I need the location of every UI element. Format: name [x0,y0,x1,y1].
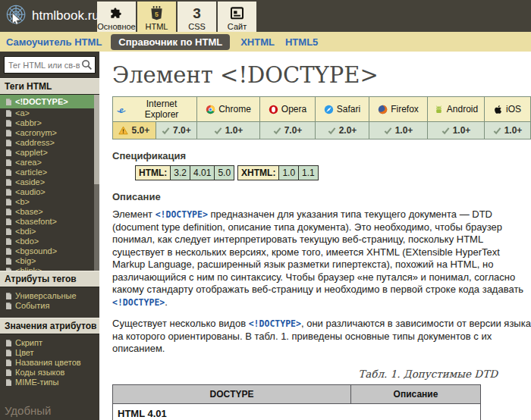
sidebar-item[interactable]: Скрипт [0,338,99,348]
sidebar-list-tags: <!DOCTYPE><a><abbr><acronym><address><ap… [0,95,99,271]
inline-doctype-link[interactable]: <!DOCTYPE> [156,209,208,220]
sidebar-item-label: MIME-типы [15,378,58,387]
spec-badge-version: 5.0 [215,165,234,180]
browser-version: 2.0+ [339,125,357,136]
doc-icon [6,130,11,136]
check-icon [441,127,450,135]
sidebar-item[interactable]: Универсальные [0,291,99,301]
doc-icon [6,120,11,127]
sidebar-item[interactable]: <audio> [0,187,99,197]
sidebar-item[interactable]: <big> [0,256,99,266]
spec-badge-version: 3.2 [171,165,190,180]
browser-header-cell: Opera [260,97,316,122]
dtd-header-cell: Описание [351,384,481,403]
sidebar-item[interactable]: <base> [0,207,99,217]
doc-icon [6,248,11,255]
browser-header-row: eInternet ExplorerChromeOperaSafariFiref… [113,97,531,122]
sidebar-item[interactable]: <area> [0,158,99,168]
warning-icon [118,126,128,135]
scrollbar-thumb[interactable] [94,95,99,184]
sidebar-item[interactable]: <bdo> [0,237,99,246]
doc-icon [6,179,11,186]
sidebar-item[interactable]: <basefont> [0,217,99,227]
doc-icon [6,349,11,356]
spec-badge-group: HTML:3.24.015.0 [135,165,234,180]
browser-name-wrap: eInternet Explorer [116,99,193,120]
spec-badge-version: 4.01 [190,165,215,180]
browser-version: 5.0+ [131,125,149,136]
sidebar-item[interactable]: <!DOCTYPE> [0,95,99,108]
sidebar-item-label: <big> [15,256,36,266]
browser-name: Chrome [218,104,251,114]
sidebar-item-label: <abbr> [15,118,42,128]
browser-version-cell: 1.0+ [369,122,428,139]
sidebar-item-label: <!DOCTYPE> [15,95,68,108]
tab-css[interactable]: 3CSS [178,2,216,32]
spiderweb-logo-icon [5,5,28,27]
sidebar-item[interactable]: <applet> [0,148,99,158]
specification-badges: HTML:3.24.015.0XHTML:1.01.1 [135,165,531,180]
browser-name: Firefox [391,104,419,114]
sidebar-scrollbar[interactable] [94,95,99,271]
sidebar-search [0,52,99,78]
tab-html[interactable]: 5HTML [137,2,176,32]
browser-header-cell: Safari [316,97,369,122]
sidebar-item-label: <base> [15,207,43,217]
sidebar-sections: Теги HTML<!DOCTYPE><a><abbr><acronym><ad… [0,78,99,394]
sidebar-item[interactable]: <bgsound> [0,246,99,256]
tab-osnovnoe[interactable]: Основное [97,2,136,32]
browser-version: 1.0+ [395,125,413,136]
browser-version: 1.0+ [504,125,523,136]
sidebar-item[interactable]: <acronym> [0,128,99,138]
browser-name-wrap: Opera [269,104,306,114]
sidebar-item[interactable]: MIME-типы [0,378,99,387]
subnav-item-samouchitel-html[interactable]: Самоучитель HTML [6,36,102,48]
doc-icon [6,359,11,366]
sidebar-item[interactable]: Названия цветов [0,358,99,368]
dtd-group-cell: HTML 4.01 [113,403,481,420]
body-wrap: Теги HTML<!DOCTYPE><a><abbr><acronym><ad… [0,52,531,420]
sidebar-item[interactable]: События [0,301,99,311]
opera-icon [269,105,278,114]
sidebar-item-label: Коды языков [15,368,64,378]
browser-version-wrap: 2.0+ [328,125,357,136]
sidebar-item[interactable]: <abbr> [0,118,99,128]
browser-version: 1.0+ [225,125,244,136]
browser-version: 7.0+ [173,125,191,136]
doc-icon [6,379,11,386]
sidebar-item[interactable]: <article> [0,168,99,177]
check-icon [214,127,222,135]
sidebar-item[interactable]: <blink> [0,266,99,271]
sidebar-item-label: <applet> [15,148,48,158]
site-logo[interactable]: htmlbook.ru [0,0,97,32]
sidebar-item[interactable]: Коды языков [0,368,99,378]
browser-version-wrap: 7.0+ [162,125,191,136]
browser-version: 1.0+ [453,125,471,136]
subnav-item-spravochnik-po-html[interactable]: Справочник по HTML [111,34,230,50]
sidebar-section-header-tags: Теги HTML [0,78,99,95]
browser-name-wrap: Firefox [378,104,419,114]
sidebar-ad-text[interactable]: Удобный каталог аккордов для гитары. [0,394,99,420]
inline-doctype-link[interactable]: <!DOCTYPE> [249,318,301,329]
subnav-item-xhtml[interactable]: XHTML [240,36,275,48]
sidebar-item[interactable]: <aside> [0,177,99,187]
doc-icon [6,110,11,117]
sidebar-item[interactable]: <b> [0,197,99,207]
subnav-item-html5[interactable]: HTML5 [285,36,318,48]
css3-icon: 3 [190,4,204,22]
doc-icon [6,208,11,215]
doc-icon [6,149,11,156]
sidebar-item[interactable]: <bdi> [0,227,99,237]
browser-name-wrap: Android [434,104,478,114]
inline-doctype-link[interactable]: <!DOCTYPE> [112,297,165,308]
sidebar-item-label: <article> [15,168,47,177]
search-icon[interactable] [81,59,93,71]
sidebar-item[interactable]: <address> [0,138,99,148]
sidebar-item[interactable]: Цвет [0,348,99,358]
browser-version-cell: 1.0+ [197,122,260,139]
browser-version: 7.0+ [284,125,303,136]
browser-version-cell: 7.0+ [260,122,316,139]
tab-sait[interactable]: Сайт [218,2,256,32]
sidebar-item[interactable]: <a> [0,108,99,118]
browser-version-wrap: 7.0+ [273,125,303,136]
